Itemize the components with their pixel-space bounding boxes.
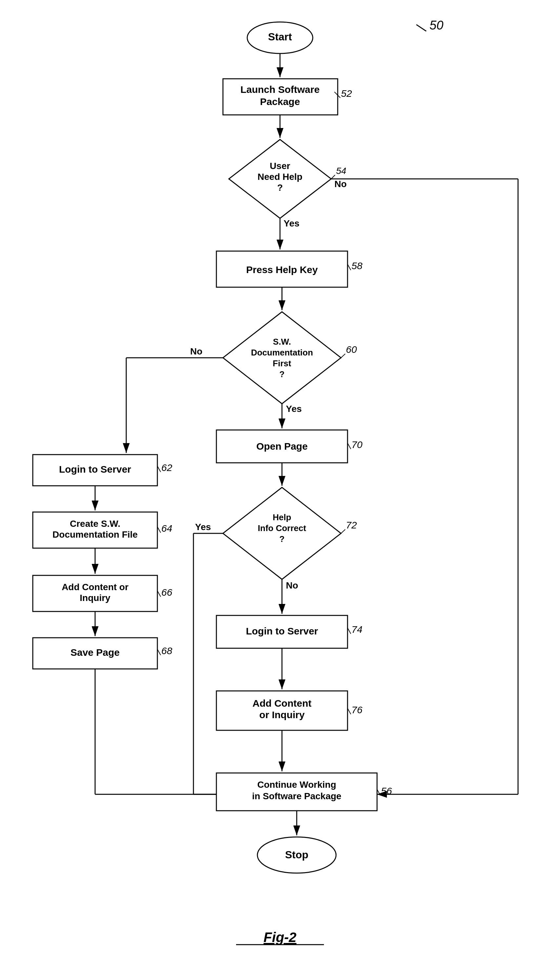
create-sw-doc-label1: Create S.W. <box>70 519 120 529</box>
user-need-help-label3: ? <box>277 182 282 193</box>
sw-doc-label3: First <box>273 358 292 368</box>
figure-number: 50 <box>430 18 443 32</box>
no-label-help-info: No <box>286 580 298 591</box>
help-info-ref: 72 <box>346 519 357 531</box>
sw-doc-label2: Documentation <box>251 348 313 357</box>
login-server-left-ref: 62 <box>161 462 172 473</box>
add-content-right-label2: or Inquiry <box>259 709 305 720</box>
yes-label-sw-doc: Yes <box>286 404 302 414</box>
continue-working-label1: Continue Working <box>257 780 336 790</box>
press-help-label: Press Help Key <box>246 264 318 275</box>
no-label-user-help: No <box>334 179 347 189</box>
add-content-left-label2: Inquiry <box>80 593 110 603</box>
help-info-label2: Info Correct <box>258 523 306 533</box>
user-need-help-ref: 54 <box>336 166 346 176</box>
help-info-label1: Help <box>273 512 291 522</box>
fig-label: Fig-2 <box>264 930 296 945</box>
sw-doc-ref: 60 <box>346 344 357 355</box>
stop-label: Stop <box>285 849 308 861</box>
login-server-right-label: Login to Server <box>246 625 318 637</box>
add-content-left-ref: 66 <box>161 587 172 598</box>
continue-working-label2: in Software Package <box>252 791 341 801</box>
no-label-sw-doc: No <box>190 346 202 357</box>
svg-line-1 <box>416 24 426 31</box>
login-server-left-label: Login to Server <box>59 464 131 475</box>
svg-line-12 <box>341 354 345 358</box>
save-page-label: Save Page <box>70 647 120 658</box>
yes-label-user-help: Yes <box>284 218 299 228</box>
svg-line-5 <box>331 175 335 179</box>
user-need-help-label2: Need Help <box>258 172 303 182</box>
sw-doc-label4: ? <box>279 369 285 379</box>
open-page-label: Open Page <box>256 441 308 452</box>
add-content-left-label1: Add Content or <box>62 582 128 592</box>
sw-doc-diamond <box>223 312 341 404</box>
sw-doc-label1: S.W. <box>273 337 291 347</box>
yes-label-help-info: Yes <box>195 522 211 532</box>
help-info-label3: ? <box>279 534 285 544</box>
login-server-right-ref: 74 <box>351 624 362 635</box>
add-content-right-label1: Add Content <box>252 698 312 708</box>
help-info-diamond <box>223 487 341 579</box>
create-sw-doc-label2: Documentation File <box>52 529 138 540</box>
add-content-right-ref: 76 <box>351 704 363 715</box>
save-page-ref: 68 <box>161 645 172 656</box>
launch-label2: Package <box>260 96 300 107</box>
start-label: Start <box>268 31 292 43</box>
launch-ref: 52 <box>341 88 352 99</box>
svg-line-27 <box>341 529 345 533</box>
press-help-ref: 58 <box>351 260 363 271</box>
flowchart-diagram: 50 Start Launch Software Package 52 User… <box>0 0 560 964</box>
create-sw-doc-ref: 64 <box>161 523 172 534</box>
user-need-help-label1: User <box>270 161 290 171</box>
continue-working-ref: 56 <box>381 785 392 796</box>
launch-label: Launch Software <box>240 84 320 95</box>
open-page-ref: 70 <box>351 439 363 450</box>
